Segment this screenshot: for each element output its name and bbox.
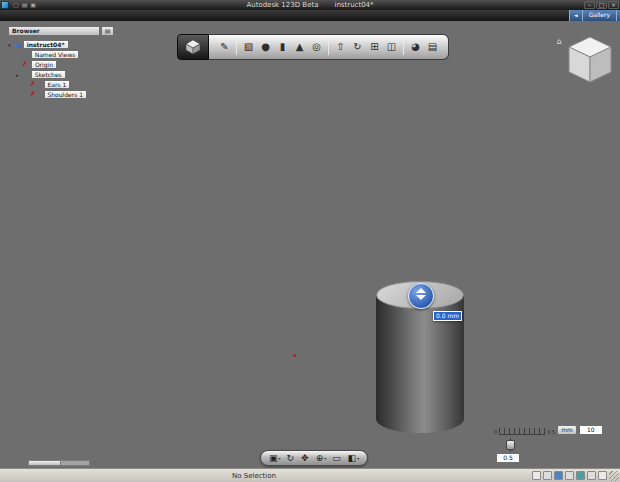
viewport[interactable]: Browser ▤ ▾ ■ instruct04* ▦ Named Views <box>0 21 620 468</box>
dropdown-caret-icon: ▾ <box>279 456 281 461</box>
tree-item-root[interactable]: ▾ ■ instruct04* <box>8 40 87 49</box>
grid-controls: 0 0.5 mm 10 0.5 <box>494 425 618 465</box>
status-toggle-1[interactable] <box>532 471 541 480</box>
tree-item-named-views[interactable]: ▦ Named Views <box>16 50 87 59</box>
ruler-start-label: 0 <box>494 429 497 435</box>
status-toggle-7[interactable] <box>598 471 607 480</box>
primitive-cylinder-icon[interactable]: ▮ <box>274 42 291 52</box>
document-title: instruct04* <box>334 0 373 10</box>
node-icon: ■ <box>15 41 21 48</box>
main-toolbar: ✎▧●▮▲◎⇧↻⊞◫◕▤ <box>177 34 449 60</box>
status-toggle-4[interactable] <box>565 471 574 480</box>
tree-item-label[interactable]: Named Views <box>31 50 80 59</box>
viewcube-graphic <box>566 34 614 86</box>
nav-glyph: ◧ <box>348 454 357 463</box>
arrow-up-icon <box>416 288 426 293</box>
maximize-button[interactable]: □ <box>596 1 607 9</box>
node-icon: ▱ <box>37 91 42 98</box>
nav-glyph: ⊕ <box>316 454 324 463</box>
extrude-icon[interactable]: ⇧ <box>332 42 349 52</box>
tree-item-origin[interactable]: ✗ Origin <box>16 60 87 69</box>
viewcube-home-icon[interactable]: ⌂ <box>557 37 562 46</box>
browser-tree: ▾ ■ instruct04* ▦ Named Views ✗ Ori <box>8 39 87 99</box>
primitive-torus-icon[interactable]: ◎ <box>308 42 325 52</box>
titlebar: ▢▤▣ Autodesk 123D Beta instruct04* – □ × <box>0 0 620 10</box>
distance-tooltip: 0.0 mm <box>433 311 462 321</box>
origin-marker <box>293 354 296 357</box>
grid-size-field[interactable]: 10 <box>579 425 603 435</box>
orbit-icon[interactable]: ↻ <box>287 454 296 463</box>
nav-glyph: ▭ <box>332 454 341 463</box>
grid-ruler <box>499 428 545 435</box>
status-toggle-5[interactable] <box>576 471 585 480</box>
node-icon: ▦ <box>23 51 29 58</box>
dropdown-caret-icon: ▾ <box>357 456 359 461</box>
node-icon: ◪ <box>23 71 29 78</box>
hidden-x-icon[interactable]: ✗ <box>22 61 28 68</box>
scrollbar-thumb[interactable] <box>29 461 61 465</box>
tree-caret-icon[interactable]: ▾ <box>8 42 14 48</box>
status-toggle-6[interactable] <box>587 471 596 480</box>
move-arrow-manipulator[interactable] <box>408 283 434 309</box>
toolbar-separator <box>236 40 237 55</box>
browser-panel-header[interactable]: Browser <box>8 26 100 36</box>
nav-glyph: ▣ <box>269 454 278 463</box>
primitive-sphere-icon[interactable]: ● <box>257 42 274 52</box>
browser-horizontal-scrollbar[interactable] <box>28 460 90 466</box>
view-menu-icon[interactable]: ▣ ▾ <box>269 454 281 463</box>
toolbar-separator <box>403 40 404 55</box>
window-controls: – □ × <box>584 1 619 9</box>
pattern-icon[interactable]: ⊞ <box>366 42 383 52</box>
snap-value-field[interactable]: 0.5 <box>496 453 520 463</box>
viewcube[interactable] <box>566 34 614 90</box>
tree-item-ears-1[interactable]: ✗ ▱ Ears 1 <box>24 80 87 89</box>
gallery-back-button[interactable]: ◄ <box>569 10 582 21</box>
pan-icon[interactable]: ✥ <box>301 454 310 463</box>
main-menu-button[interactable] <box>177 34 209 60</box>
primitive-cone-icon[interactable]: ▲ <box>291 42 308 52</box>
gallery-end-cap <box>616 10 620 21</box>
tree-item-label[interactable]: Origin <box>31 60 57 69</box>
primitive-box-icon[interactable]: ▧ <box>240 42 257 52</box>
snap-slider-knob[interactable] <box>506 440 515 450</box>
snap-slider[interactable] <box>506 438 516 452</box>
statusbar: No Selection <box>0 468 620 482</box>
fit-view-icon[interactable]: ▭ <box>332 454 342 463</box>
node-icon: ▱ <box>37 81 42 88</box>
insert-icon[interactable]: ▤ <box>424 42 441 52</box>
minimize-button[interactable]: – <box>584 1 595 9</box>
selection-status: No Selection <box>232 472 276 480</box>
unit-button[interactable]: mm <box>557 425 577 435</box>
close-button[interactable]: × <box>608 1 619 9</box>
sketch-tool-icon[interactable]: ✎ <box>216 42 233 52</box>
combine-icon[interactable]: ◫ <box>383 42 400 52</box>
app-window: ▢▤▣ Autodesk 123D Beta instruct04* – □ ×… <box>0 0 620 482</box>
arrow-down-icon <box>416 295 426 300</box>
material-icon[interactable]: ◕ <box>407 42 424 52</box>
app-cube-icon <box>185 39 201 55</box>
tree-item-label[interactable]: instruct04* <box>23 40 69 49</box>
tree-item-label[interactable]: Ears 1 <box>44 80 71 89</box>
title-text: Autodesk 123D Beta instruct04* <box>0 0 620 10</box>
dropdown-caret-icon: ▾ <box>324 456 326 461</box>
menubar: ◄ Gallery <box>0 10 620 21</box>
tree-caret-icon[interactable]: ▸ <box>16 72 22 78</box>
revolve-icon[interactable]: ↻ <box>349 42 366 52</box>
hidden-x-icon[interactable]: ✗ <box>30 91 36 98</box>
browser-options-button[interactable]: ▤ <box>101 26 114 36</box>
tree-item-shoulders-1[interactable]: ✗ ▱ Shoulders 1 <box>24 90 87 99</box>
display-settings-icon[interactable]: ◧ ▾ <box>348 454 360 463</box>
status-toggle-2[interactable] <box>543 471 552 480</box>
tree-item-label[interactable]: Shoulders 1 <box>44 90 88 99</box>
tree-item-label[interactable]: Sketches <box>31 70 66 79</box>
status-toggle-3[interactable] <box>554 471 563 480</box>
resize-grip[interactable] <box>609 471 619 481</box>
zoom-icon[interactable]: ⊕ ▾ <box>316 454 327 463</box>
navigation-toolbar: ▣ ▾ ↻ ✥ ⊕ ▾ ▭ <box>260 450 368 466</box>
nav-glyph: ↻ <box>287 454 295 463</box>
tool-strip: ✎▧●▮▲◎⇧↻⊞◫◕▤ <box>209 34 449 60</box>
ruler-end-label: 0.5 <box>547 429 555 435</box>
gallery-button[interactable]: Gallery <box>582 10 616 21</box>
tree-item-sketches[interactable]: ▸ ◪ Sketches <box>16 70 87 79</box>
hidden-x-icon[interactable]: ✗ <box>30 81 36 88</box>
